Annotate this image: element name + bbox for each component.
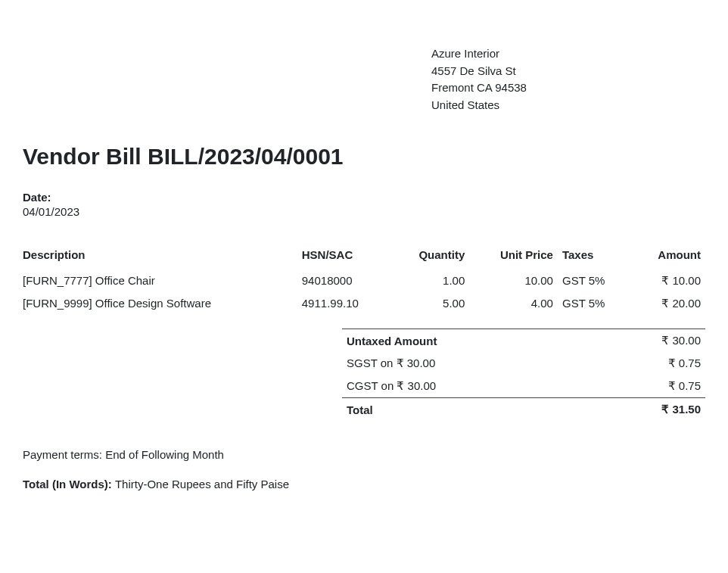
cell-hsn: 4911.99.10 [297,292,391,315]
totals-row-grand: Total ₹ 31.50 [342,398,705,422]
footer-block: Payment terms: End of Following Month To… [23,448,705,490]
date-label: Date: [23,191,705,204]
cell-unit-price: 4.00 [469,292,558,315]
payment-terms-value: End of Following Month [105,448,224,461]
col-taxes: Taxes [558,244,631,269]
vendor-country: United States [431,97,705,114]
total-in-words-value: Thirty-One Rupees and Fifty Paise [115,478,289,490]
cell-description: [FURN_9999] Office Design Software [23,292,297,315]
cell-unit-price: 10.00 [469,269,558,293]
col-amount: Amount [631,244,705,269]
cell-hsn: 94018000 [297,269,391,293]
cell-quantity: 5.00 [391,292,470,315]
date-value: 04/01/2023 [23,205,705,218]
totals-section: Untaxed Amount ₹ 30.00 SGST on ₹ 30.00 ₹… [23,322,705,421]
col-description: Description [23,244,297,269]
col-unit-price: Unit Price [469,244,558,269]
payment-terms-label: Payment terms: [23,448,105,461]
sgst-label: SGST on ₹ 30.00 [342,352,586,375]
total-label: Total [342,398,586,422]
vendor-name: Azure Interior [431,45,705,63]
totals-row-cgst: CGST on ₹ 30.00 ₹ 0.75 [342,375,705,398]
line-items-table: Description HSN/SAC Quantity Unit Price … [23,244,705,315]
totals-row-untaxed: Untaxed Amount ₹ 30.00 [342,329,705,353]
cell-amount: ₹ 10.00 [631,269,705,293]
col-hsn: HSN/SAC [297,244,391,269]
cell-quantity: 1.00 [391,269,470,293]
untaxed-value: ₹ 30.00 [586,329,705,353]
date-block: Date: 04/01/2023 [23,191,705,218]
table-row: [FURN_7777] Office Chair 94018000 1.00 1… [23,269,705,293]
cell-taxes: GST 5% [558,292,631,315]
col-quantity: Quantity [391,244,470,269]
payment-terms: Payment terms: End of Following Month [23,448,705,461]
table-header-row: Description HSN/SAC Quantity Unit Price … [23,244,705,269]
total-in-words-label: Total (In Words): [23,478,115,490]
table-row: [FURN_9999] Office Design Software 4911.… [23,292,705,315]
untaxed-label: Untaxed Amount [342,329,586,353]
cgst-label: CGST on ₹ 30.00 [342,375,586,398]
document-title: Vendor Bill BILL/2023/04/0001 [23,144,705,170]
vendor-address: Azure Interior 4557 De Silva St Fremont … [431,45,705,114]
cgst-value: ₹ 0.75 [586,375,705,398]
cell-description: [FURN_7777] Office Chair [23,269,297,293]
total-in-words: Total (In Words): Thirty-One Rupees and … [23,478,705,490]
sgst-value: ₹ 0.75 [586,352,705,375]
vendor-city: Fremont CA 94538 [431,79,705,97]
vendor-street: 4557 De Silva St [431,63,705,80]
totals-row-sgst: SGST on ₹ 30.00 ₹ 0.75 [342,352,705,375]
totals-table: Untaxed Amount ₹ 30.00 SGST on ₹ 30.00 ₹… [342,329,705,421]
total-value: ₹ 31.50 [586,398,705,422]
cell-amount: ₹ 20.00 [631,292,705,315]
cell-taxes: GST 5% [558,269,631,293]
